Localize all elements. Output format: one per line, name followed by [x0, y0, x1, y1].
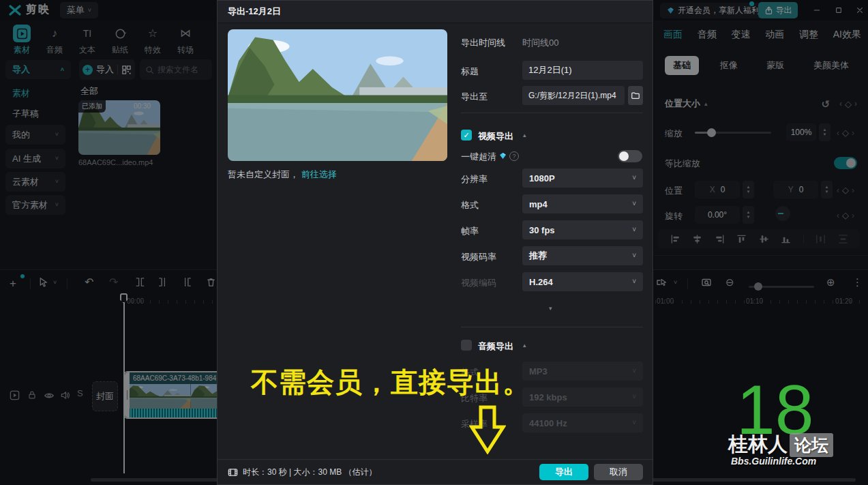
- audio-bitrate-select: 192 kbps ˅: [522, 387, 643, 407]
- audio-format-select: MP3 ˅: [522, 362, 643, 381]
- watermark-site-suffix: 论坛: [790, 433, 833, 457]
- title-input[interactable]: 12月2日(1): [522, 61, 643, 80]
- hd-toggle[interactable]: [618, 150, 642, 162]
- format-select[interactable]: mp4 ˅: [522, 194, 643, 214]
- resolution-label: 分辨率: [461, 173, 488, 186]
- video-bitrate-label: 视频码率: [461, 251, 496, 263]
- hd-label: 一键超清: [461, 151, 496, 163]
- video-bitrate-select[interactable]: 推荐 ˅: [522, 246, 643, 265]
- codec-label: 视频编码: [461, 277, 496, 289]
- dialog-export-button[interactable]: 导出: [539, 464, 588, 480]
- sample-rate-select: 44100 Hz ˅: [522, 413, 643, 432]
- export-preview-image: [228, 29, 447, 161]
- chevron-down-icon: ˅: [632, 226, 636, 233]
- export-dialog: 导出-12月2日 暂未自定义封面， 前往选择 导出时间线 时间线00 标题 12…: [217, 0, 653, 485]
- title-field-label: 标题: [461, 65, 479, 78]
- collapse-icon[interactable]: ▴: [523, 132, 526, 138]
- help-icon[interactable]: ?: [509, 151, 519, 161]
- watermark-site-name: 桂林人: [728, 431, 788, 458]
- choose-cover-link[interactable]: 前往选择: [301, 169, 337, 179]
- dialog-cancel-button[interactable]: 取消: [594, 464, 643, 480]
- capcut-app: 剪映 菜单 ˅ 开通会员，享新人福利 导出 素材 ♪ 音频 TI 文本: [0, 0, 868, 485]
- diamond-icon: [498, 151, 507, 160]
- dialog-title: 导出-12月2日: [218, 1, 653, 23]
- video-export-label: 视频导出: [478, 130, 513, 143]
- timeline-field-value: 时间线00: [522, 37, 558, 49]
- annotation-text: 不需会员，直接导出。: [251, 364, 530, 401]
- chevron-down-icon: ˅: [632, 175, 636, 181]
- resolution-select[interactable]: 1080P ˅: [522, 168, 643, 188]
- collapse-section-icon[interactable]: ▾: [549, 305, 552, 312]
- chevron-down-icon: ˅: [632, 201, 636, 207]
- video-export-checkbox[interactable]: ✓: [461, 130, 472, 141]
- chevron-down-icon: ˅: [632, 252, 636, 259]
- fps-label: 帧率: [461, 225, 479, 237]
- annotation-arrow-down: [469, 405, 506, 456]
- path-field-label: 导出至: [461, 91, 488, 103]
- watermark-url: Bbs.Guilinlife.Com: [731, 456, 816, 467]
- fps-select[interactable]: 30 fps ˅: [522, 220, 643, 239]
- audio-export-label: 音频导出: [478, 340, 513, 353]
- format-label: 格式: [461, 199, 479, 211]
- cover-hint: 暂未自定义封面， 前往选择: [228, 168, 337, 181]
- codec-select[interactable]: H.264 ˅: [522, 272, 643, 291]
- audio-export-checkbox[interactable]: [461, 340, 472, 351]
- path-input[interactable]: G:/剪影/12月2日(1).mp4: [522, 86, 625, 105]
- browse-folder-button[interactable]: [628, 86, 643, 105]
- export-info: 时长：30 秒 | 大小：30 MB （估计）: [228, 467, 376, 478]
- chevron-down-icon: ˅: [632, 278, 636, 285]
- collapse-icon[interactable]: ▴: [523, 342, 526, 349]
- film-icon: [228, 467, 238, 477]
- timeline-field-label: 导出时间线: [461, 37, 505, 49]
